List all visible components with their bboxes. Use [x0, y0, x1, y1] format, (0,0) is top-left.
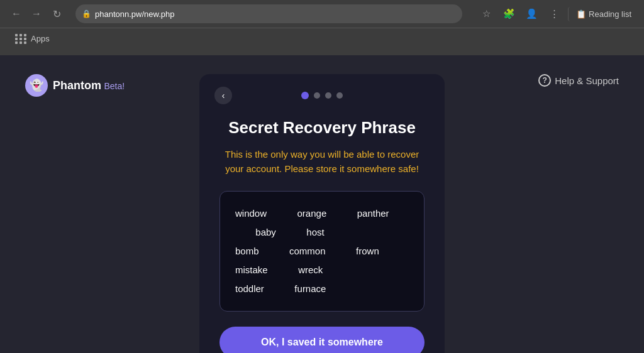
help-support-button[interactable]: ? Help & Support	[538, 74, 619, 87]
lock-icon: 🔒	[82, 9, 91, 18]
back-arrow-button[interactable]: ‹	[214, 87, 232, 104]
extensions-button[interactable]: 🧩	[500, 5, 518, 23]
phantom-icon: 👻	[25, 74, 48, 97]
bookmark-star-button[interactable]: ☆	[477, 5, 495, 23]
main-card: ‹ Secret Recovery Phrase This is the onl…	[199, 74, 445, 353]
phantom-logo: 👻 Phantom Beta!	[25, 74, 125, 97]
nav-buttons: ← → ↻	[8, 5, 65, 23]
phantom-beta: Beta!	[104, 81, 125, 91]
card-title: Secret Recovery Phrase	[219, 118, 425, 138]
more-options-button[interactable]: ⋮	[545, 5, 563, 23]
apps-grid-icon	[15, 34, 27, 44]
warning-text: This is the only way you will be able to…	[219, 148, 425, 176]
back-button[interactable]: ←	[8, 5, 25, 23]
address-bar[interactable]	[95, 9, 456, 19]
apps-button[interactable]: Apps	[10, 32, 55, 46]
bookmarks-bar: Apps	[0, 28, 644, 49]
address-bar-container: 🔒	[75, 4, 462, 23]
profile-button[interactable]: 👤	[523, 5, 540, 23]
forward-button[interactable]: →	[28, 5, 45, 23]
browser-toolbar: ← → ↻ 🔒 ☆ 🧩 👤 ⋮ 📋 Reading list	[0, 0, 644, 28]
reload-button[interactable]: ↻	[48, 5, 65, 23]
seed-phrase-box: window orange panther baby host bomb com…	[219, 191, 425, 312]
phantom-name: Phantom	[53, 79, 101, 92]
pagination-dot-4	[336, 92, 343, 99]
ok-button[interactable]: OK, I saved it somewhere	[219, 327, 425, 353]
reading-list-label: Reading list	[589, 9, 631, 19]
reading-list-icon: 📋	[576, 9, 586, 19]
pagination-dot-1	[301, 92, 309, 99]
reading-list-button[interactable]: 📋 Reading list	[568, 7, 636, 21]
browser-chrome: ← → ↻ 🔒 ☆ 🧩 👤 ⋮ 📋 Reading list Apps	[0, 0, 644, 55]
apps-label: Apps	[31, 34, 50, 43]
page-content: 👻 Phantom Beta! ? Help & Support ‹ Secre…	[0, 55, 644, 353]
pagination: ‹	[219, 92, 425, 99]
pagination-dot-3	[325, 92, 331, 99]
pagination-dot-2	[314, 92, 320, 99]
help-icon: ?	[538, 74, 551, 87]
seed-phrase-text: window orange panther baby host bomb com…	[235, 204, 409, 298]
toolbar-icons: ☆ 🧩 👤 ⋮	[477, 5, 563, 23]
phantom-brand: Phantom Beta!	[53, 79, 125, 92]
help-support-label: Help & Support	[555, 75, 619, 86]
